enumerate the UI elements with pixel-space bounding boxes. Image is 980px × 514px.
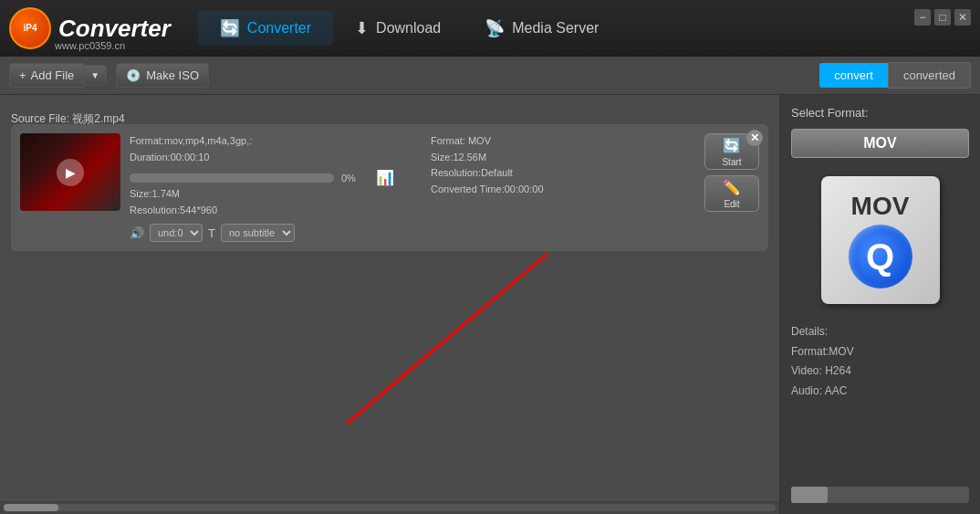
format-icon-area: MOV Q <box>791 176 969 304</box>
tab-converter-label: Converter <box>247 20 311 37</box>
app-logo: iP4 <box>9 7 51 49</box>
make-iso-icon: 💿 <box>126 68 141 82</box>
toolbar: + Add File ▼ 💿 Make ISO convert converte… <box>0 57 980 95</box>
svg-line-1 <box>347 223 547 424</box>
app-title: Converter <box>58 15 171 43</box>
file-info-right: Format: MOV Size:12.56M Resolution:Defau… <box>431 133 695 218</box>
quicktime-q-icon: Q <box>849 225 912 288</box>
subtitle-icon: T <box>208 226 215 240</box>
converter-area: Source File: 视频2.mp4 ▶ Format:mov,mp4,m4… <box>0 95 779 514</box>
play-button[interactable]: ▶ <box>57 159 84 186</box>
scrollbar-thumb[interactable] <box>4 504 58 511</box>
edit-button[interactable]: ✏️ Edit <box>704 175 759 212</box>
convert-button-group: convert converted <box>819 62 971 89</box>
edit-label: Edit <box>724 199 739 209</box>
file-card-wrapper: Source File: 视频2.mp4 ▶ Format:mov,mp4,m4… <box>11 124 768 251</box>
video-thumbnail[interactable]: ▶ <box>20 133 120 211</box>
audio-select[interactable]: und:0 <box>150 224 203 242</box>
start-icon: 🔄 <box>723 137 741 154</box>
subtitle-row: 🔊 und:0 T no subtitle <box>130 224 695 242</box>
main-content: Source File: 视频2.mp4 ▶ Format:mov,mp4,m4… <box>0 95 980 514</box>
converter-icon: 🔄 <box>220 18 240 38</box>
mov-text: MOV <box>851 192 910 221</box>
title-bar: iP4 Converter www.pc0359.cn 🔄 Converter … <box>0 0 980 57</box>
converted-button[interactable]: converted <box>888 62 971 89</box>
speed-icon: 📊 <box>376 169 394 186</box>
converted-time-text: Converted Time:00:00:00 <box>431 182 695 198</box>
maximize-button[interactable]: □ <box>934 9 951 26</box>
file-size-text: Size:1.74M <box>130 186 394 203</box>
window-controls: − □ ✕ <box>914 9 971 26</box>
add-file-icon: + <box>19 68 26 82</box>
bottom-scrollbar <box>0 499 779 514</box>
output-size-text: Size:12.56M <box>431 150 695 166</box>
make-iso-label: Make ISO <box>146 68 199 82</box>
scrollbar-track[interactable] <box>4 504 776 511</box>
file-resolution-text: Resolution:544*960 <box>130 203 394 219</box>
tab-download[interactable]: ⬇ Download <box>333 11 463 46</box>
file-info: Format:mov,mp4,m4a,3gp,: Duration:00:00:… <box>130 133 695 242</box>
right-panel: Select Format: MOV MOV Q Details: Format… <box>779 95 980 514</box>
tab-download-label: Download <box>376 20 441 37</box>
progress-row: 0% 📊 <box>130 169 394 186</box>
progress-pct: 0% <box>341 173 369 184</box>
start-label: Start <box>722 157 741 167</box>
scrollbar-right[interactable] <box>791 487 969 503</box>
add-file-button[interactable]: + Add File <box>9 63 83 88</box>
format-button[interactable]: MOV <box>791 129 969 158</box>
tab-media-server[interactable]: 📡 Media Server <box>463 11 620 46</box>
make-iso-button[interactable]: 💿 Make ISO <box>116 63 209 88</box>
details-video: Video: H264 <box>791 362 969 382</box>
audio-icon: 🔊 <box>130 226 144 240</box>
details-audio: Audio: AAC <box>791 382 969 402</box>
card-close-button[interactable]: ✕ <box>746 130 763 146</box>
convert-button[interactable]: convert <box>819 63 888 88</box>
tab-converter[interactable]: 🔄 Converter <box>198 11 333 46</box>
subtitle-select[interactable]: no subtitle <box>221 224 295 242</box>
file-card: ▶ Format:mov,mp4,m4a,3gp,: Duration:00:0… <box>11 124 768 251</box>
minimize-button[interactable]: − <box>914 9 931 26</box>
edit-icon: ✏️ <box>723 179 741 196</box>
mov-icon: MOV Q <box>821 176 940 304</box>
output-resolution-text: Resolution:Default <box>431 165 695 182</box>
nav-tabs: 🔄 Converter ⬇ Download 📡 Media Server <box>198 11 621 46</box>
download-icon: ⬇ <box>355 18 369 38</box>
format-details: Details: Format:MOV Video: H264 Audio: A… <box>791 322 969 401</box>
file-format-text: Format:mov,mp4,m4a,3gp,: <box>130 133 394 150</box>
progress-bar <box>130 173 334 183</box>
add-file-button-group: + Add File ▼ <box>9 63 107 88</box>
output-format-text: Format: MOV <box>431 133 695 150</box>
add-file-dropdown-arrow[interactable]: ▼ <box>83 65 107 86</box>
app-subtitle: www.pc0359.cn <box>55 40 125 51</box>
file-info-left: Format:mov,mp4,m4a,3gp,: Duration:00:00:… <box>130 133 394 218</box>
file-info-row-1: Format:mov,mp4,m4a,3gp,: Duration:00:00:… <box>130 133 695 218</box>
media-server-icon: 📡 <box>485 18 505 38</box>
add-file-label: Add File <box>31 68 75 82</box>
details-label: Details: <box>791 322 969 342</box>
details-format: Format:MOV <box>791 342 969 362</box>
select-format-label: Select Format: <box>791 106 969 120</box>
file-duration-text: Duration:00:00:10 <box>130 150 394 166</box>
tab-media-server-label: Media Server <box>512 20 599 37</box>
close-button[interactable]: ✕ <box>954 9 971 26</box>
